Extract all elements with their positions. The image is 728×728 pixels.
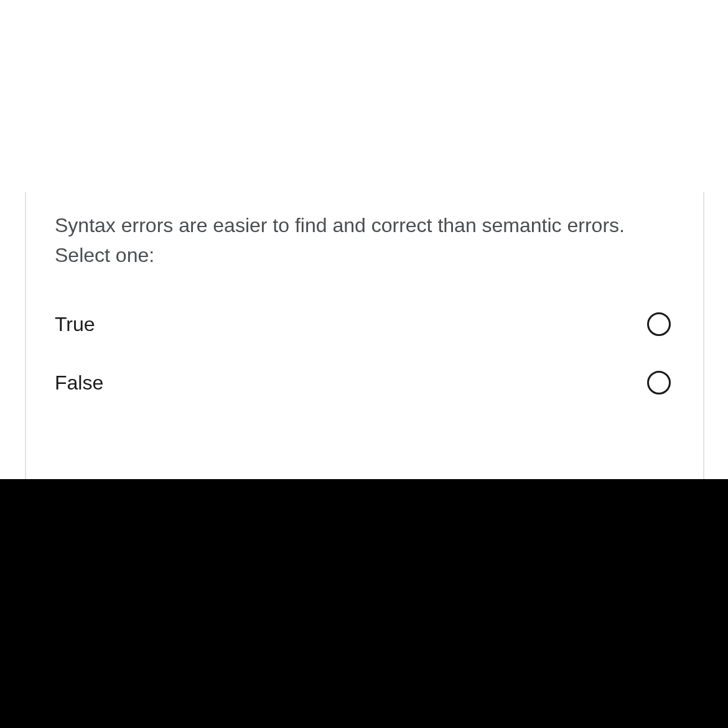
option-false-row[interactable]: False (55, 353, 674, 412)
question-text: Syntax errors are easier to find and cor… (55, 210, 674, 240)
option-label-true: True (55, 313, 95, 336)
question-prompt: Select one: (55, 240, 674, 270)
radio-icon[interactable] (647, 371, 671, 394)
radio-icon[interactable] (647, 312, 671, 336)
option-true-row[interactable]: True (55, 295, 674, 353)
question-card: Syntax errors are easier to find and cor… (25, 192, 704, 479)
quiz-container: Syntax errors are easier to find and cor… (0, 0, 728, 479)
option-label-false: False (55, 371, 103, 394)
